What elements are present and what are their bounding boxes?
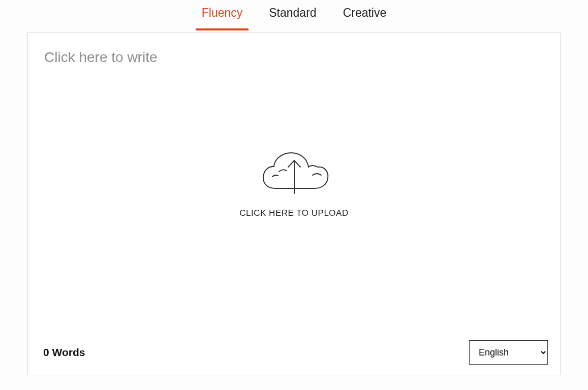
word-count: 0 Words xyxy=(43,346,85,359)
page-container: Fluency Standard Creative Click here to … xyxy=(0,0,588,375)
language-select[interactable]: English xyxy=(469,340,548,365)
editor-panel: Click here to write CLICK HERE TO UPLOAD… xyxy=(27,32,561,375)
tab-creative[interactable]: Creative xyxy=(337,0,393,30)
upload-zone[interactable]: CLICK HERE TO UPLOAD xyxy=(28,33,560,333)
cloud-upload-icon xyxy=(259,148,330,198)
tab-standard[interactable]: Standard xyxy=(263,0,322,30)
tab-fluency[interactable]: Fluency xyxy=(196,0,249,30)
editor-footer: 0 Words English xyxy=(28,333,560,375)
text-editor[interactable]: Click here to write CLICK HERE TO UPLOAD xyxy=(28,33,560,333)
upload-label: CLICK HERE TO UPLOAD xyxy=(239,208,348,218)
mode-tabs: Fluency Standard Creative xyxy=(27,0,561,30)
